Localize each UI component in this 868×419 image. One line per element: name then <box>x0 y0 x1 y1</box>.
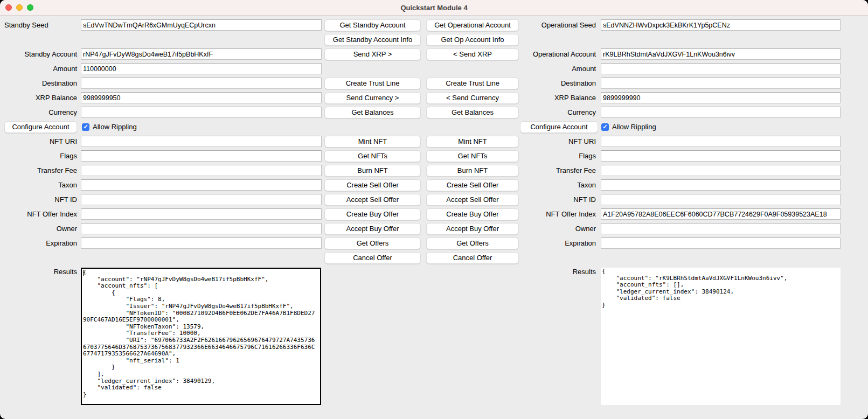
standby-destination-input[interactable] <box>81 78 322 89</box>
text-cursor <box>83 270 84 276</box>
form-row: Transfer Fee Burn NFT Burn NFT Transfer … <box>0 163 868 178</box>
operational-get-nfts-button[interactable]: Get NFTs <box>426 150 519 162</box>
form-row: Taxon Create Sell Offer Create Sell Offe… <box>0 178 868 192</box>
zoom-button-icon[interactable] <box>27 4 33 11</box>
get-operational-account-button[interactable]: Get Operational Account <box>426 19 519 31</box>
minimize-button-icon[interactable] <box>16 4 23 11</box>
standby-seed-label: Standby Seed <box>4 21 48 29</box>
checkbox-checked-icon <box>601 123 609 131</box>
operational-nft-id-input[interactable] <box>601 194 841 205</box>
operational-get-offers-button[interactable]: Get Offers <box>426 238 519 249</box>
standby-create-buy-offer-button[interactable]: Create Buy Offer <box>324 208 421 220</box>
close-button-icon[interactable] <box>5 4 12 11</box>
operational-seed-label: Operational Seed <box>541 21 596 29</box>
standby-flags-input[interactable] <box>81 150 322 162</box>
standby-currency-input[interactable] <box>81 107 322 118</box>
operational-configure-account-button[interactable]: Configure Account <box>520 121 598 133</box>
standby-cancel-offer-button[interactable]: Cancel Offer <box>324 252 421 264</box>
standby-amount-label: Amount <box>53 65 77 73</box>
standby-xrp-balance-input[interactable] <box>81 92 322 103</box>
operational-nft-uri-label: NFT URI <box>568 137 596 145</box>
operational-expiration-input[interactable] <box>601 238 841 249</box>
standby-get-offers-button[interactable]: Get Offers <box>324 238 421 249</box>
form-row: Currency Get Balances Get Balances Curre… <box>0 105 868 120</box>
operational-taxon-input[interactable] <box>601 179 841 191</box>
operational-transfer-fee-input[interactable] <box>601 165 841 176</box>
standby-accept-buy-offer-button[interactable]: Accept Buy Offer <box>324 223 421 235</box>
main-content: Standby Seed Get Standby Account Get Ope… <box>0 16 868 406</box>
send-currency-left-button[interactable]: < Send Currency <box>426 92 519 104</box>
standby-transfer-fee-input[interactable] <box>81 165 322 176</box>
operational-cancel-offer-button[interactable]: Cancel Offer <box>426 252 519 264</box>
standby-xrp-balance-label: XRP Balance <box>36 94 77 102</box>
operational-results-text: { "account": "rK9LBRhStdmtAaVdJXGVF1LnKW… <box>601 268 841 309</box>
standby-nft-id-input[interactable] <box>81 194 322 205</box>
operational-currency-input[interactable] <box>601 107 841 118</box>
standby-allow-rippling-label: Allow Rippling <box>93 123 137 131</box>
traffic-lights <box>5 0 33 15</box>
get-op-account-info-button[interactable]: Get Op Account Info <box>426 34 519 46</box>
standby-taxon-input[interactable] <box>81 179 322 191</box>
operational-nft-offer-index-input[interactable] <box>601 208 841 220</box>
app-window: Quickstart Module 4 Standby Seed Get Sta… <box>0 0 868 419</box>
operational-get-balances-button[interactable]: Get Balances <box>426 107 519 118</box>
operational-allow-rippling-checkbox[interactable]: Allow Rippling <box>601 123 656 131</box>
standby-nft-offer-index-label: NFT Offer Index <box>27 210 77 218</box>
operational-burn-nft-button[interactable]: Burn NFT <box>426 165 519 177</box>
standby-expiration-input[interactable] <box>81 238 322 249</box>
operational-nft-offer-index-label: NFT Offer Index <box>546 210 596 218</box>
operational-results-textarea[interactable]: { "account": "rK9LBRhStdmtAaVdJXGVF1LnKW… <box>601 268 841 405</box>
send-xrp-left-button[interactable]: < Send XRP <box>426 48 519 60</box>
operational-account-input[interactable] <box>601 48 841 60</box>
standby-create-sell-offer-button[interactable]: Create Sell Offer <box>324 179 421 191</box>
get-standby-account-button[interactable]: Get Standby Account <box>324 19 421 31</box>
form-row: Cancel Offer Cancel Offer <box>0 250 868 265</box>
standby-taxon-label: Taxon <box>58 181 77 189</box>
form-row: Get Standby Account Info Get Op Account … <box>0 32 868 47</box>
form-row: Standby Account Send XRP > < Send XRP Op… <box>0 47 868 61</box>
operational-seed-input[interactable] <box>601 19 841 31</box>
send-xrp-right-button[interactable]: Send XRP > <box>324 48 421 60</box>
form-row: NFT Offer Index Create Buy Offer Create … <box>0 207 868 221</box>
operational-owner-input[interactable] <box>601 223 841 234</box>
operational-mint-nft-button[interactable]: Mint NFT <box>426 136 519 148</box>
send-currency-right-button[interactable]: Send Currency > <box>324 92 421 104</box>
standby-accept-sell-offer-button[interactable]: Accept Sell Offer <box>324 194 421 206</box>
standby-transfer-fee-label: Transfer Fee <box>37 166 77 174</box>
standby-burn-nft-button[interactable]: Burn NFT <box>324 165 421 177</box>
operational-nft-id-label: NFT ID <box>573 195 596 204</box>
standby-configure-account-button[interactable]: Configure Account <box>4 121 77 133</box>
operational-destination-input[interactable] <box>601 78 841 89</box>
operational-xrp-balance-input[interactable] <box>601 92 841 103</box>
standby-get-nfts-button[interactable]: Get NFTs <box>324 150 421 162</box>
standby-allow-rippling-checkbox[interactable]: Allow Rippling <box>82 123 137 131</box>
operational-expiration-label: Expiration <box>565 239 596 247</box>
operational-create-sell-offer-button[interactable]: Create Sell Offer <box>426 179 519 191</box>
operational-accept-buy-offer-button[interactable]: Accept Buy Offer <box>426 223 519 235</box>
standby-account-input[interactable] <box>81 48 322 60</box>
operational-amount-input[interactable] <box>601 63 841 74</box>
standby-create-trust-line-button[interactable]: Create Trust Line <box>324 78 421 89</box>
operational-nft-uri-input[interactable] <box>601 136 841 147</box>
standby-nft-uri-input[interactable] <box>81 136 322 147</box>
operational-amount-label: Amount <box>572 65 596 73</box>
operational-create-trust-line-button[interactable]: Create Trust Line <box>426 78 519 89</box>
operational-accept-sell-offer-button[interactable]: Accept Sell Offer <box>426 194 519 206</box>
window-title: Quickstart Module 4 <box>400 4 467 12</box>
get-standby-account-info-button[interactable]: Get Standby Account Info <box>324 34 421 46</box>
operational-results-label: Results <box>573 268 596 276</box>
standby-get-balances-button[interactable]: Get Balances <box>324 107 421 118</box>
standby-mint-nft-button[interactable]: Mint NFT <box>324 136 421 148</box>
standby-results-textarea[interactable]: { "account": "rNP47gJFvDyW8gsDo4weB17if5… <box>81 268 321 405</box>
standby-owner-input[interactable] <box>81 223 322 234</box>
standby-amount-input[interactable] <box>81 63 322 74</box>
standby-nft-offer-index-input[interactable] <box>81 208 322 220</box>
operational-create-buy-offer-button[interactable]: Create Buy Offer <box>426 208 519 220</box>
operational-destination-label: Destination <box>561 79 596 87</box>
standby-flags-label: Flags <box>60 152 77 160</box>
operational-taxon-label: Taxon <box>577 181 596 189</box>
operational-currency-label: Currency <box>567 108 596 116</box>
operational-flags-input[interactable] <box>601 150 841 162</box>
standby-destination-label: Destination <box>42 79 77 87</box>
standby-seed-input[interactable] <box>81 19 322 31</box>
